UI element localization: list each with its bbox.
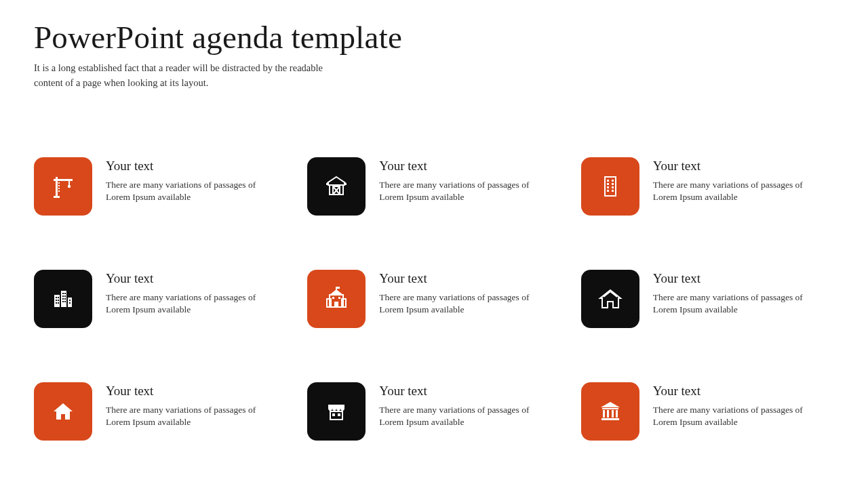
agenda-item-texts: Your text There are many variations of p…: [653, 268, 809, 316]
agenda-item-texts: Your text There are many variations of p…: [106, 381, 262, 428]
svg-rect-9: [58, 190, 60, 192]
svg-rect-61: [602, 408, 618, 409]
home-icon: [34, 382, 92, 441]
svg-rect-50: [332, 297, 334, 299]
bank-icon: [581, 382, 639, 441]
agenda-item-desc: There are many variations of passages of…: [106, 291, 262, 316]
svg-rect-34: [64, 293, 66, 294]
svg-rect-35: [62, 296, 64, 297]
store-icon: [307, 382, 366, 441]
agenda-item-texts: Your text There are many variations of p…: [379, 381, 535, 428]
svg-rect-64: [612, 410, 614, 418]
svg-rect-39: [62, 301, 64, 302]
svg-rect-65: [616, 410, 618, 418]
agenda-item-title: Your text: [106, 159, 262, 174]
svg-rect-29: [56, 300, 57, 301]
agenda-item-desc: There are many variations of passages of…: [653, 404, 809, 428]
agenda-item-title: Your text: [653, 271, 809, 286]
svg-rect-30: [58, 300, 59, 301]
barn-icon: [307, 157, 366, 216]
svg-rect-57: [330, 411, 342, 420]
svg-rect-37: [62, 298, 64, 300]
agenda-item-desc: There are many variations of passages of…: [653, 179, 809, 203]
agenda-item-texts: Your text There are many variations of p…: [106, 268, 262, 316]
agenda-item-title: Your text: [653, 384, 809, 399]
office-building-icon: [581, 157, 639, 216]
svg-rect-1: [54, 179, 73, 181]
svg-marker-10: [328, 177, 344, 185]
svg-rect-49: [334, 302, 338, 307]
svg-marker-43: [330, 289, 343, 295]
svg-rect-42: [69, 302, 71, 304]
svg-rect-7: [58, 185, 60, 186]
svg-rect-63: [607, 410, 609, 418]
agenda-item-title: Your text: [379, 384, 535, 399]
svg-rect-28: [58, 297, 59, 298]
svg-rect-3: [54, 196, 60, 198]
svg-rect-8: [58, 188, 60, 189]
agenda-item-desc: There are many variations of passages of…: [379, 404, 535, 428]
svg-rect-31: [56, 302, 57, 304]
crane-icon: [34, 157, 92, 216]
city-buildings-icon: [34, 270, 92, 328]
svg-rect-45: [337, 287, 340, 289]
agenda-item: Your text There are many variations of p…: [307, 381, 560, 441]
svg-rect-6: [58, 182, 60, 184]
agenda-item-desc: There are many variations of passages of…: [106, 404, 262, 428]
svg-rect-33: [62, 293, 64, 294]
svg-rect-17: [612, 180, 614, 182]
svg-rect-21: [612, 186, 614, 188]
svg-rect-23: [612, 190, 614, 192]
agenda-item-desc: There are many variations of passages of…: [106, 179, 262, 203]
agenda-item-title: Your text: [106, 384, 262, 399]
svg-rect-27: [56, 297, 57, 298]
agenda-item: Your text There are many variations of p…: [307, 268, 560, 328]
svg-marker-55: [54, 403, 73, 420]
svg-rect-38: [64, 298, 66, 300]
svg-marker-52: [600, 290, 620, 308]
house-icon: [581, 270, 639, 328]
agenda-item: Your text There are many variations of p…: [34, 156, 287, 216]
svg-rect-41: [69, 300, 71, 301]
slide: PowerPoint agenda template It is a long …: [0, 0, 868, 488]
agenda-item-texts: Your text There are many variations of p…: [379, 268, 535, 316]
svg-point-5: [68, 185, 71, 188]
svg-rect-40: [64, 301, 66, 302]
agenda-item-desc: There are many variations of passages of…: [379, 291, 535, 316]
agenda-item: Your text There are many variations of p…: [581, 268, 834, 328]
agenda-item-texts: Your text There are many variations of p…: [379, 156, 535, 203]
agenda-item-texts: Your text There are many variations of p…: [653, 381, 809, 428]
svg-rect-4: [68, 181, 70, 185]
svg-rect-66: [601, 418, 619, 420]
svg-rect-20: [607, 186, 609, 188]
svg-rect-18: [607, 183, 609, 185]
svg-rect-56: [328, 405, 344, 408]
svg-rect-22: [607, 190, 609, 192]
svg-rect-15: [605, 177, 616, 196]
school-building-icon: [307, 270, 366, 328]
svg-rect-32: [58, 302, 59, 304]
agenda-item-title: Your text: [379, 271, 535, 286]
svg-rect-19: [612, 183, 614, 185]
agenda-item-texts: Your text There are many variations of p…: [653, 156, 809, 203]
agenda-grid: Your text There are many variations of p…: [34, 156, 834, 441]
svg-rect-2: [56, 181, 58, 196]
svg-rect-58: [332, 413, 335, 416]
agenda-item-title: Your text: [653, 159, 809, 174]
agenda-item: Your text There are many variations of p…: [307, 156, 560, 216]
svg-rect-0: [56, 177, 58, 179]
agenda-item-desc: There are many variations of passages of…: [379, 179, 535, 203]
agenda-item: Your text There are many variations of p…: [581, 381, 834, 441]
agenda-item-title: Your text: [106, 271, 262, 286]
slide-title: PowerPoint agenda template: [34, 19, 834, 56]
agenda-item-desc: There are many variations of passages of…: [653, 291, 809, 316]
agenda-item: Your text There are many variations of p…: [34, 381, 287, 441]
svg-rect-36: [64, 296, 66, 297]
svg-rect-62: [603, 410, 605, 418]
svg-rect-59: [338, 413, 340, 416]
agenda-item-title: Your text: [379, 159, 535, 174]
svg-rect-16: [607, 180, 609, 182]
slide-subtitle: It is a long established fact that a rea…: [34, 61, 353, 91]
svg-rect-44: [336, 287, 337, 290]
svg-marker-60: [601, 402, 620, 407]
